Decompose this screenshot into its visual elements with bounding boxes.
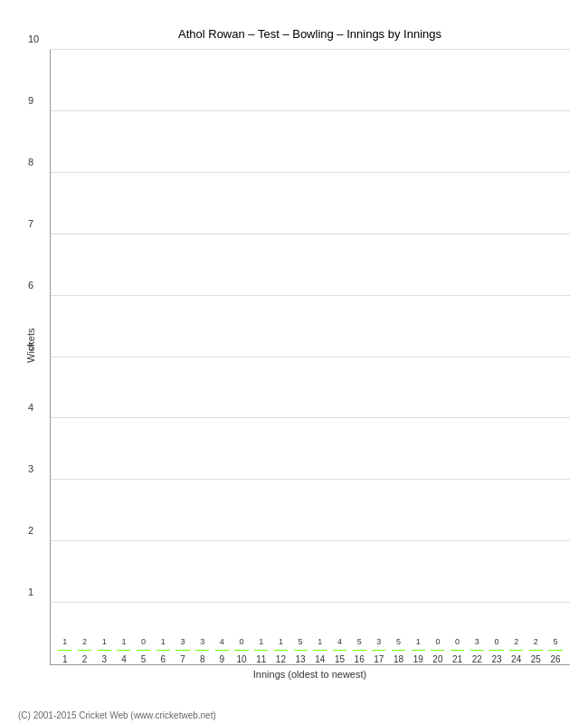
bar-value-23: 0 — [494, 637, 498, 646]
bar-value-10: 0 — [240, 637, 244, 646]
x-tick-19: 19 — [413, 654, 423, 664]
x-tick-20: 20 — [432, 654, 442, 664]
bar-26: 5 — [548, 650, 562, 651]
x-tick-18: 18 — [394, 654, 403, 664]
bar-group-10: 010 — [232, 650, 251, 664]
y-tick-5: 5 — [28, 341, 33, 352]
bar-22: 3 — [470, 650, 484, 651]
bar-group-8: 38 — [193, 650, 213, 664]
bar-value-8: 3 — [200, 637, 204, 646]
bar-value-1: 1 — [62, 637, 67, 646]
bar-value-26: 5 — [554, 637, 558, 646]
bar-value-14: 1 — [318, 637, 322, 646]
bar-1: 1 — [58, 650, 71, 651]
bar-group-3: 13 — [94, 650, 114, 664]
bar-group-22: 322 — [467, 650, 487, 664]
chart-area: Wickets 12345678910112213140516373849010… — [50, 50, 570, 665]
bar-value-5: 0 — [141, 637, 146, 646]
bar-19: 1 — [412, 650, 425, 651]
copyright-text: (C) 2001-2015 Cricket Web (www.cricketwe… — [18, 710, 216, 720]
bar-17: 3 — [372, 650, 385, 651]
x-tick-3: 3 — [101, 654, 107, 664]
bar-value-15: 4 — [337, 637, 342, 646]
bar-value-22: 3 — [475, 637, 479, 646]
bar-value-13: 5 — [299, 637, 303, 646]
x-tick-15: 15 — [335, 654, 345, 664]
bar-group-14: 114 — [310, 650, 330, 664]
bar-group-12: 112 — [271, 650, 291, 664]
y-tick-3: 3 — [28, 463, 33, 474]
bars-wrapper: 1122131405163738490101111125131144155163… — [51, 50, 570, 664]
x-tick-24: 24 — [511, 654, 521, 664]
bar-6: 1 — [156, 650, 170, 651]
bar-12: 1 — [274, 650, 288, 651]
x-tick-14: 14 — [315, 654, 325, 664]
y-tick-8: 8 — [28, 157, 33, 167]
bar-25: 2 — [529, 650, 543, 651]
bar-16: 5 — [353, 650, 366, 651]
x-tick-7: 7 — [180, 654, 185, 664]
bar-7: 3 — [175, 650, 189, 651]
bar-11: 1 — [254, 650, 268, 651]
x-tick-11: 11 — [256, 654, 266, 664]
bar-group-2: 22 — [75, 650, 95, 664]
bar-group-11: 111 — [251, 650, 271, 664]
x-tick-10: 10 — [236, 654, 246, 664]
y-tick-9: 9 — [28, 95, 33, 106]
bar-group-16: 516 — [349, 650, 369, 664]
bar-group-18: 518 — [389, 650, 409, 664]
plot-area: 1234567891011221314051637384901011111251… — [50, 50, 570, 665]
x-tick-23: 23 — [491, 654, 501, 664]
y-tick-2: 2 — [28, 525, 33, 536]
bar-group-6: 16 — [153, 650, 173, 664]
bar-21: 0 — [450, 650, 464, 651]
x-tick-2: 2 — [82, 654, 88, 664]
bar-13: 5 — [294, 650, 308, 651]
x-tick-13: 13 — [296, 654, 306, 664]
y-tick-10: 10 — [28, 33, 39, 44]
bar-value-25: 2 — [534, 637, 538, 646]
bar-group-19: 119 — [408, 650, 428, 664]
bar-24: 2 — [509, 650, 523, 651]
bar-group-20: 020 — [428, 650, 448, 664]
bar-group-1: 11 — [55, 650, 75, 664]
x-tick-1: 1 — [62, 654, 68, 664]
x-tick-22: 22 — [472, 654, 482, 664]
bar-value-17: 3 — [376, 637, 381, 646]
bar-20: 0 — [431, 650, 444, 651]
bar-group-26: 526 — [545, 650, 565, 664]
bar-group-15: 415 — [330, 650, 350, 664]
bar-23: 0 — [489, 650, 503, 651]
bar-10: 0 — [234, 650, 248, 651]
x-tick-17: 17 — [374, 654, 384, 664]
y-tick-7: 7 — [28, 218, 33, 229]
bar-group-13: 513 — [290, 650, 310, 664]
bar-value-7: 3 — [180, 637, 185, 646]
bar-group-5: 05 — [134, 650, 154, 664]
bar-group-7: 37 — [173, 650, 193, 664]
y-tick-4: 4 — [28, 402, 33, 413]
bar-2: 2 — [78, 650, 91, 651]
x-tick-21: 21 — [452, 654, 462, 664]
bar-8: 3 — [195, 650, 209, 651]
bar-value-18: 5 — [396, 637, 401, 646]
bar-value-11: 1 — [259, 637, 263, 646]
bar-value-16: 5 — [357, 637, 362, 646]
bar-value-12: 1 — [279, 637, 283, 646]
x-tick-9: 9 — [220, 654, 225, 664]
bar-value-3: 1 — [102, 637, 107, 646]
bar-group-4: 14 — [114, 650, 134, 664]
bar-3: 1 — [98, 650, 111, 651]
bar-value-21: 0 — [455, 637, 460, 646]
chart-title: Athol Rowan – Test – Bowling – Innings b… — [50, 27, 570, 41]
bar-15: 4 — [333, 650, 346, 651]
bar-value-6: 1 — [161, 637, 166, 646]
bar-14: 1 — [313, 650, 327, 651]
x-tick-25: 25 — [531, 654, 541, 664]
bar-4: 1 — [117, 650, 130, 651]
bar-group-17: 317 — [369, 650, 389, 664]
x-tick-12: 12 — [276, 654, 286, 664]
bar-value-19: 1 — [416, 637, 421, 646]
x-tick-8: 8 — [200, 654, 205, 664]
bar-value-2: 2 — [82, 637, 87, 646]
